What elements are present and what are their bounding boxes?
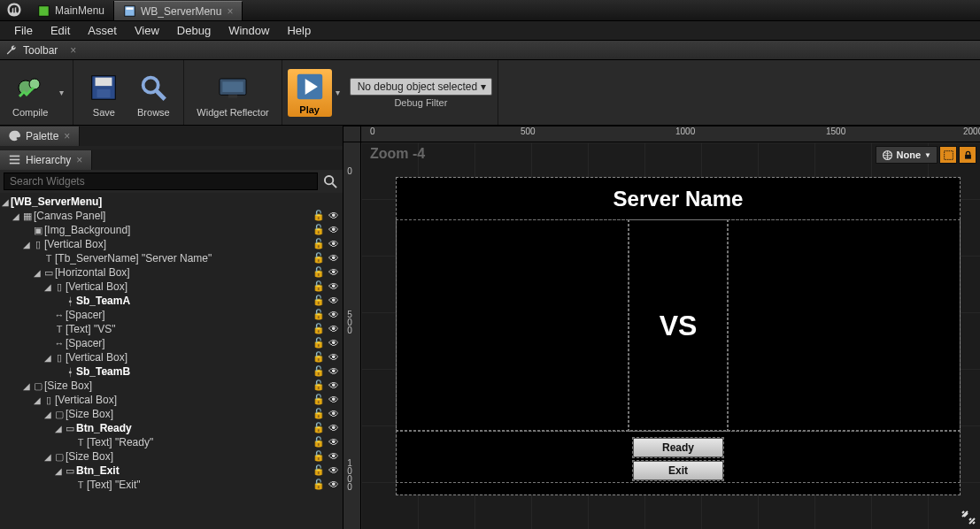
lock-toggle[interactable] (959, 146, 976, 164)
tree-row[interactable]: ⍿Sb_TeamB🔓👁 (0, 364, 343, 379)
browse-button[interactable]: Browse (128, 66, 178, 119)
tree-row[interactable]: T[Text] "VS"🔓👁 (0, 322, 343, 336)
lock-icon[interactable]: 🔓 (313, 280, 325, 293)
eye-icon[interactable]: 👁 (328, 436, 339, 448)
lock-icon[interactable]: 🔓 (313, 450, 325, 463)
menu-debug[interactable]: Debug (168, 21, 220, 40)
tree-row[interactable]: T[Text] "Exit"🔓👁 (0, 478, 343, 492)
tree-row[interactable]: ◢▢[Size Box]🔓👁 (0, 379, 343, 393)
lock-icon[interactable]: 🔓 (313, 408, 325, 420)
menu-edit[interactable]: Edit (42, 21, 79, 40)
tree-row[interactable]: T[Text] "Ready"🔓👁 (0, 435, 343, 449)
eye-icon[interactable]: 👁 (328, 408, 339, 420)
tree-row[interactable]: T[Tb_ServerName] "Server Name"🔓👁 (0, 251, 343, 265)
tree-row[interactable]: ◢▭Btn_Exit🔓👁 (0, 464, 343, 478)
resize-handle-icon[interactable] (961, 510, 976, 525)
lock-icon[interactable]: 🔓 (313, 295, 325, 307)
eye-icon[interactable]: 👁 (328, 422, 339, 434)
eye-icon[interactable]: 👁 (328, 351, 339, 364)
eye-icon[interactable]: 👁 (328, 309, 339, 321)
lock-icon[interactable]: 🔓 (313, 422, 325, 434)
tree-row[interactable]: ◢▯[Vertical Box]🔓👁 (0, 280, 343, 294)
lock-icon[interactable]: 🔓 (313, 464, 325, 477)
lock-icon[interactable]: 🔓 (313, 394, 325, 406)
tree-row[interactable]: ◢▦[Canvas Panel]🔓👁 (0, 209, 343, 223)
eye-icon[interactable]: 👁 (328, 238, 339, 250)
lock-icon[interactable]: 🔓 (313, 365, 325, 378)
close-icon[interactable]: × (76, 154, 82, 166)
eye-icon[interactable]: 👁 (328, 380, 339, 392)
lock-icon[interactable]: 🔓 (313, 436, 325, 448)
widget-preview[interactable]: Server Name VS Ready Exit (397, 178, 960, 494)
outline-toggle[interactable] (939, 146, 957, 164)
widget-reflector-button[interactable]: Widget Reflector (189, 66, 275, 119)
document-tab-mainmenu[interactable]: MainMenu (28, 1, 114, 20)
lock-icon[interactable]: 🔓 (313, 309, 325, 321)
eye-icon[interactable]: 👁 (328, 479, 339, 491)
designer-viewport[interactable]: 0 500 1000 1500 2000 0 500 1000 Zoom -4 … (343, 126, 980, 529)
compile-dropdown[interactable]: ▾ (55, 88, 67, 97)
lock-icon[interactable]: 🔓 (313, 479, 325, 491)
tree-label: [Text] "VS" (66, 323, 313, 335)
tree-row[interactable]: ◢▭Btn_Ready🔓👁 (0, 421, 343, 435)
menu-asset[interactable]: Asset (79, 21, 126, 40)
save-button[interactable]: Save (79, 66, 128, 119)
lock-icon[interactable]: 🔓 (313, 323, 325, 335)
eye-icon[interactable]: 👁 (328, 252, 339, 264)
menu-view[interactable]: View (126, 21, 168, 40)
exit-button[interactable]: Exit (633, 461, 723, 480)
tree-row[interactable]: ↔[Spacer]🔓👁 (0, 336, 343, 350)
tree-row[interactable]: ◢▭[Horizontal Box]🔓👁 (0, 265, 343, 280)
eye-icon[interactable]: 👁 (328, 295, 339, 307)
lock-icon[interactable]: 🔓 (313, 238, 325, 250)
compile-button[interactable]: Compile (5, 66, 55, 119)
menu-file[interactable]: File (5, 21, 42, 40)
eye-icon[interactable]: 👁 (328, 323, 339, 335)
tree-row[interactable]: ◢▢[Size Box]🔓👁 (0, 449, 343, 464)
search-input[interactable] (4, 172, 318, 190)
eye-icon[interactable]: 👁 (328, 337, 339, 349)
locale-button[interactable]: None ▼ (876, 146, 938, 164)
lock-icon[interactable]: 🔓 (313, 210, 325, 222)
tree-row[interactable]: ⍿Sb_TeamA🔓👁 (0, 294, 343, 308)
tree-row[interactable]: ▣[Img_Background]🔓👁 (0, 223, 343, 237)
play-dropdown[interactable]: ▾ (332, 88, 344, 97)
document-tab-wbservermenu[interactable]: WB_ServerMenu × (114, 1, 243, 20)
eye-icon[interactable]: 👁 (328, 224, 339, 236)
tree-row[interactable]: ◢▯[Vertical Box]🔓👁 (0, 393, 343, 407)
eye-icon[interactable]: 👁 (328, 464, 339, 477)
lock-icon[interactable]: 🔓 (313, 252, 325, 264)
lock-icon[interactable]: 🔓 (313, 337, 325, 349)
button-size-box: Ready Exit (397, 431, 960, 482)
lock-icon[interactable]: 🔓 (313, 224, 325, 236)
lock-icon[interactable]: 🔓 (313, 351, 325, 364)
panel-tab-palette[interactable]: Palette × (0, 126, 80, 146)
eye-icon[interactable]: 👁 (328, 450, 339, 463)
debug-object-select[interactable]: No debug object selected ▾ (350, 78, 492, 96)
lock-icon[interactable]: 🔓 (313, 266, 325, 279)
search-icon[interactable] (321, 172, 339, 190)
close-icon[interactable]: × (70, 44, 76, 57)
play-button[interactable]: Play (288, 69, 332, 117)
eye-icon[interactable]: 👁 (328, 394, 339, 406)
ruler-tick: 0 (370, 126, 375, 136)
tree-row[interactable]: ↔[Spacer]🔓👁 (0, 308, 343, 322)
eye-icon[interactable]: 👁 (328, 280, 339, 293)
tree-row[interactable]: ◢▢[Size Box]🔓👁 (0, 407, 343, 421)
ruler-horizontal: 0 500 1000 1500 2000 (361, 126, 980, 142)
close-icon[interactable]: × (227, 5, 233, 18)
canvas-area[interactable]: Zoom -4 None ▼ Server Name (361, 142, 980, 529)
globe-icon (882, 150, 893, 161)
close-icon[interactable]: × (64, 130, 70, 142)
lock-icon[interactable]: 🔓 (313, 380, 325, 392)
menu-help[interactable]: Help (278, 21, 320, 40)
eye-icon[interactable]: 👁 (328, 210, 339, 222)
eye-icon[interactable]: 👁 (328, 266, 339, 279)
tree-row[interactable]: ◢▯[Vertical Box]🔓👁 (0, 350, 343, 364)
ready-button[interactable]: Ready (633, 438, 723, 457)
panel-tab-hierarchy[interactable]: Hierarchy × (0, 150, 92, 170)
menu-window[interactable]: Window (220, 21, 278, 40)
eye-icon[interactable]: 👁 (328, 365, 339, 378)
tree-row[interactable]: ◢▯[Vertical Box]🔓👁 (0, 237, 343, 251)
tree-row[interactable]: ◢[WB_ServerMenu] (0, 195, 343, 209)
